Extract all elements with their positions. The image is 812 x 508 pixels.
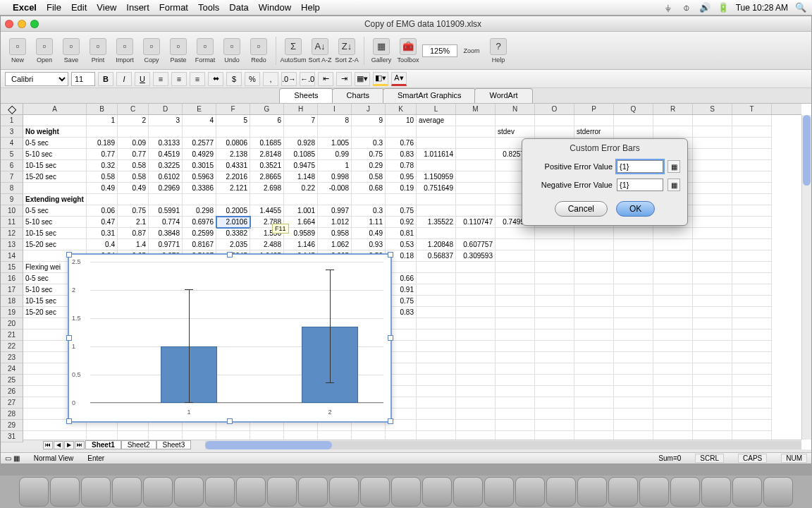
cell[interactable]: 0.77 xyxy=(87,149,118,160)
cell[interactable] xyxy=(535,273,574,284)
mac-dock[interactable] xyxy=(0,476,812,508)
cell[interactable] xyxy=(732,228,772,239)
cell[interactable] xyxy=(574,307,614,318)
cell[interactable]: 0.1085 xyxy=(284,149,318,160)
cell[interactable] xyxy=(653,239,693,250)
tab-wordart[interactable]: WordArt xyxy=(474,88,532,103)
cell[interactable] xyxy=(535,284,574,296)
cell[interactable] xyxy=(417,273,456,284)
cell[interactable] xyxy=(535,329,574,341)
cell[interactable] xyxy=(732,138,772,149)
cell[interactable]: 1.150959 xyxy=(417,171,456,183)
cell[interactable]: 0.3133 xyxy=(149,138,183,149)
cell[interactable] xyxy=(456,194,496,205)
cell[interactable] xyxy=(614,352,653,363)
cell[interactable] xyxy=(417,409,456,420)
cell[interactable]: 5-10 sec xyxy=(23,149,87,160)
cell[interactable]: 1.062 xyxy=(318,239,352,250)
col-header[interactable]: S xyxy=(693,104,732,114)
cell[interactable] xyxy=(693,205,732,217)
cell[interactable] xyxy=(456,126,496,138)
cell[interactable] xyxy=(732,420,772,431)
col-header[interactable]: O xyxy=(535,104,574,114)
cell[interactable] xyxy=(417,397,456,409)
cell[interactable] xyxy=(693,228,732,239)
cell[interactable] xyxy=(456,409,496,420)
cell[interactable]: 0.92 xyxy=(386,217,417,228)
cell[interactable]: 0.8167 xyxy=(183,239,216,250)
cell[interactable]: 0.19 xyxy=(386,183,417,194)
cell[interactable] xyxy=(456,363,496,375)
cell[interactable] xyxy=(574,329,614,341)
cell[interactable] xyxy=(614,420,653,431)
cell[interactable]: 1.664 xyxy=(284,217,318,228)
toolbox-button[interactable]: 🧰Toolbox xyxy=(395,38,421,64)
cell[interactable] xyxy=(732,363,772,375)
cell[interactable] xyxy=(693,239,732,250)
cell[interactable]: 2.8665 xyxy=(250,171,284,183)
row-header[interactable]: 11 xyxy=(1,217,23,228)
cell[interactable]: 0.4 xyxy=(87,239,118,250)
close-button[interactable] xyxy=(5,20,13,28)
dock-dashboard-icon[interactable] xyxy=(50,477,80,507)
cell[interactable]: 1 xyxy=(87,115,118,126)
cell[interactable] xyxy=(693,250,732,262)
cell[interactable] xyxy=(456,149,496,160)
cell[interactable] xyxy=(318,194,352,205)
row-header[interactable]: 4 xyxy=(1,138,23,149)
cell[interactable] xyxy=(417,307,456,318)
col-header[interactable]: N xyxy=(496,104,535,114)
cell[interactable]: 2.2016 xyxy=(216,171,250,183)
cell[interactable] xyxy=(496,363,535,375)
battery-icon[interactable]: 🔋 xyxy=(718,2,729,13)
cell[interactable]: 0.83 xyxy=(386,149,417,160)
row-header[interactable]: 27 xyxy=(1,397,23,409)
inc-indent-button[interactable]: ⇥ xyxy=(336,72,352,86)
cell[interactable]: stdev xyxy=(496,126,535,138)
cell[interactable] xyxy=(732,160,772,171)
dock-excel-icon[interactable] xyxy=(329,477,359,507)
cell[interactable] xyxy=(653,409,693,420)
autosum-button[interactable]: ΣAutoSum xyxy=(281,38,306,64)
cell[interactable]: 0.5963 xyxy=(183,171,216,183)
cell[interactable] xyxy=(417,262,456,273)
save-button[interactable]: ▫Save xyxy=(59,38,84,64)
column-headers[interactable]: ABCDEFGHIJKLMNOPQRST xyxy=(23,104,801,115)
col-header[interactable]: R xyxy=(653,104,693,114)
cell[interactable] xyxy=(417,296,456,307)
cell[interactable]: 0.751649 xyxy=(417,183,456,194)
dock-app-icon[interactable] xyxy=(391,477,421,507)
cell[interactable]: 0.87 xyxy=(118,228,149,239)
col-header[interactable]: C xyxy=(118,104,149,114)
cell[interactable]: 0-5 sec xyxy=(23,138,87,149)
cell[interactable] xyxy=(732,126,772,138)
dock-app-icon[interactable] xyxy=(546,477,576,507)
dock-app-icon[interactable] xyxy=(174,477,204,507)
cell[interactable]: 0.77 xyxy=(118,149,149,160)
cell[interactable]: 0.06 xyxy=(87,205,118,217)
cell[interactable]: 0.78 xyxy=(386,160,417,171)
cell[interactable] xyxy=(496,375,535,386)
dock-app-icon[interactable] xyxy=(701,477,731,507)
cell[interactable] xyxy=(535,420,574,431)
sheet-nav-first[interactable]: ⏮ xyxy=(43,441,53,449)
cell[interactable] xyxy=(386,126,417,138)
percent-button[interactable]: % xyxy=(245,72,260,86)
currency-button[interactable]: $ xyxy=(226,72,242,86)
menu-help[interactable]: Help xyxy=(301,2,320,13)
cell[interactable] xyxy=(732,217,772,228)
cell[interactable] xyxy=(693,307,732,318)
cell[interactable]: 0.607757 xyxy=(456,239,496,250)
cell[interactable] xyxy=(614,409,653,420)
cell[interactable] xyxy=(535,296,574,307)
cell[interactable]: 5 xyxy=(216,115,250,126)
row-header[interactable]: 1 xyxy=(1,115,23,126)
cell[interactable]: 10-15 sec xyxy=(23,228,87,239)
cell[interactable]: 1.4455 xyxy=(250,205,284,217)
bold-button[interactable]: B xyxy=(98,72,113,86)
cell[interactable] xyxy=(614,250,653,262)
sheet-tab[interactable]: Sheet3 xyxy=(156,440,192,449)
cell[interactable] xyxy=(693,318,732,329)
cell[interactable] xyxy=(653,386,693,397)
cell[interactable] xyxy=(456,386,496,397)
